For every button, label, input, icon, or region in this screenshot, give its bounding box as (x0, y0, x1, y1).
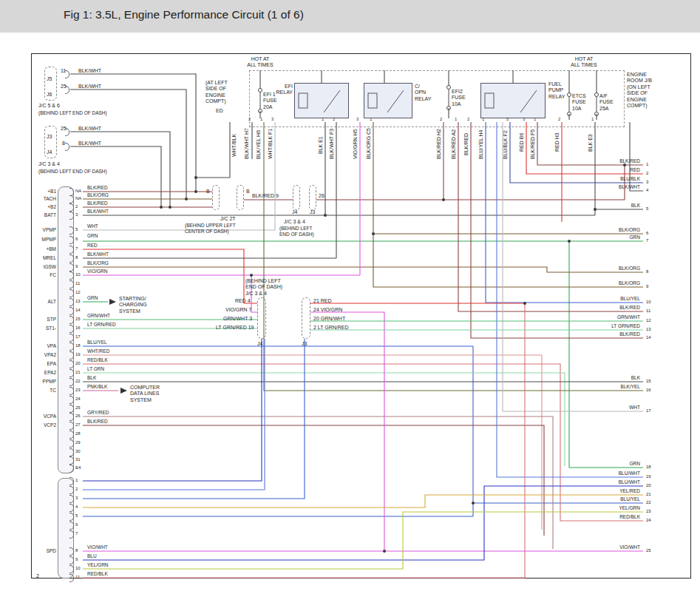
diagram-label: 20 GRN/WHT (313, 316, 345, 322)
ecm-pin-number: 8 (75, 548, 78, 553)
ecm-signal-label: EPA (33, 361, 56, 366)
terminal-number: 3 (523, 117, 525, 121)
right-pin-number: 17 (646, 408, 651, 413)
terminal-number: 1 (370, 117, 372, 121)
wire-color-vertical-label: BLU/YEL H4 (478, 130, 483, 159)
ecm-pin-number: 19 (75, 352, 81, 357)
diagram-label: BLK/WHT (78, 141, 101, 146)
ecm-pin-number: 18 (75, 343, 81, 348)
ecm-signal-label: +B1 (33, 189, 56, 194)
right-wire-color-label: RED (630, 167, 640, 172)
terminal-number: 2 (558, 117, 560, 121)
right-pin-number: 21 (646, 492, 651, 496)
ecm-signal-label: TC (33, 388, 56, 393)
ecm-signal-label: MREL (33, 255, 56, 260)
ecm-wire-color-label: VIO/WHT (87, 544, 108, 550)
ecm-signal-label: VPA2 (33, 352, 56, 357)
diagram-label: B (246, 189, 250, 195)
wire-color-vertical-label: WHT/BLK (231, 134, 237, 157)
right-pin-number: 24 (646, 518, 651, 522)
ecm-wire-color-label: GRN/WHT (87, 313, 110, 318)
right-wire-color-label: VIO/WHT (619, 544, 640, 550)
right-wire-color-label: BLK/ORG (619, 266, 640, 271)
diagram-label: STARTING/ CHARGING SYSTEM (119, 296, 147, 314)
ecm-wire-color-label: BLK/ORG (87, 260, 109, 266)
wire-color-vertical-label: BLK E3 (588, 134, 593, 152)
right-wire-color-label: BLK/YEL (621, 384, 640, 389)
diagram-label: J4 (292, 209, 297, 215)
diagram-label: J/C 3 & 4 (284, 219, 305, 225)
terminal-number: 3 (271, 117, 273, 121)
ecm-pin-number: 11 (75, 575, 80, 579)
diagram-label: EFI2 FUSE 10A (452, 89, 466, 107)
right-wire-color-label: LT GRN/RED (611, 323, 640, 328)
right-pin-number: 2 (646, 171, 648, 175)
ecm-signal-label: SPD (33, 548, 56, 553)
ecm-pin-number: NA (75, 189, 81, 193)
ecm-pin-number: 17 (75, 334, 81, 339)
right-pin-number: 20 (646, 483, 651, 488)
terminal-number: 3 (356, 117, 359, 121)
right-wire-color-label: BLK/ORG (619, 280, 640, 286)
terminal-number: 1 (260, 117, 262, 121)
right-wire-color-label: BLK/RED (619, 305, 640, 310)
ecm-pin-number: 23 (75, 388, 81, 392)
right-pin-number: 10 (646, 300, 651, 304)
ecm-wire-color-label: BLK/ORG (87, 192, 109, 198)
wire-color-vertical-label: BLK E1 (318, 136, 323, 154)
wire-color-vertical-label: BLK/RED F5 (530, 129, 535, 159)
ecm-wire-color-label: GRN (87, 233, 98, 238)
right-pin-number: 3 (646, 180, 648, 184)
efi-relay-box (294, 83, 349, 118)
ecm-pin-number: 31 (75, 457, 81, 462)
ecm-signal-label: PPMP (33, 379, 56, 384)
right-wire-color-label: YEL/RED (619, 488, 640, 493)
ecm-pin-number: 5 (75, 513, 78, 518)
terminal-number: 1 (534, 117, 536, 121)
right-pin-number: 9 (646, 284, 648, 289)
ecm-signal-label: ALT (33, 299, 56, 304)
right-wire-color-label: YEL/GRN (619, 505, 640, 510)
wire-color-vertical-label: VIO/GRN H5 (353, 129, 358, 159)
ecm-pin-number: 30 (75, 449, 81, 453)
diagram-label: J/C 3 & 4 (38, 161, 60, 167)
wire-color-vertical-label: BLK/RED (463, 133, 469, 155)
ecm-wire-color-label: LT GRN/RED (87, 322, 116, 327)
right-pin-number: 14 (646, 335, 651, 340)
diagram-label: (BEHIND LEFT END OF DASH) (38, 110, 107, 116)
ecm-pin-number: 6 (75, 237, 78, 241)
right-pin-number: 22 (646, 500, 651, 505)
diagram-label: BLK/WHT (78, 68, 101, 74)
ecm-wire-color-label: BLU (87, 553, 97, 559)
diagram-label: J4 (257, 341, 262, 347)
diagram-label: 2 LT GRN/RED (313, 325, 349, 331)
right-pin-number: 11 (646, 308, 650, 313)
ecm-wire-color-label: LT GRN (87, 366, 104, 371)
right-wire-color-label: BLK (631, 203, 640, 208)
right-wire-color-label: GRN (630, 235, 640, 240)
diagram-label: BLK/WHT (78, 126, 101, 132)
right-pin-number: 4 (646, 188, 648, 192)
ecm-signal-label: VPMP (33, 227, 56, 232)
terminal-number: 2 (467, 117, 469, 121)
right-pin-number: 23 (646, 509, 651, 513)
right-pin-number: 1 (646, 162, 648, 166)
diagram-label: J6 (47, 92, 52, 98)
terminal-number: 1 (322, 117, 324, 121)
ecm-pin-number: 9 (75, 264, 78, 269)
ecm-signal-label: +B2 (33, 204, 56, 209)
ecm-wire-color-label: RED (87, 243, 98, 248)
right-wire-color-label: BLU/WHT (619, 479, 640, 485)
right-wire-color-label: BLK/RED (619, 331, 640, 337)
ecm-signal-label: MPMP (33, 237, 56, 242)
jc34-mid-connector-right (302, 297, 310, 339)
ecm-pin-number: 26 (75, 414, 81, 418)
right-pin-number: 12 (646, 318, 651, 323)
ecm-wire-color-label: YEL/GRN (87, 562, 109, 567)
right-pin-number: 15 (646, 379, 651, 383)
wire-color-vertical-label: BLK/WHT H7 (244, 128, 249, 159)
right-pin-number: 5 (646, 206, 648, 211)
ecm-pin-number: 7 (75, 246, 78, 251)
right-wire-color-label: BLU/YEL (620, 296, 640, 301)
ecm-signal-label: VCP2 (33, 422, 56, 428)
